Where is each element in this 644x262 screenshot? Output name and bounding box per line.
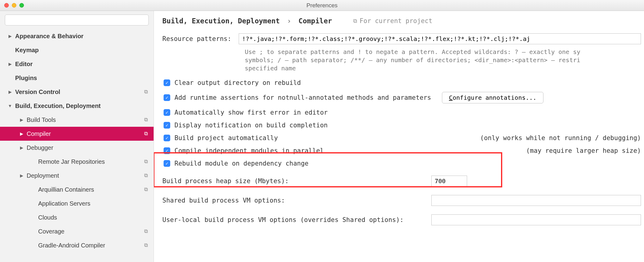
tree-item-remote-jar-repositories[interactable]: ▶Remote Jar Repositories⧉ [0,155,154,169]
tree-item-label: Version Control [15,89,143,96]
breadcrumb: Build, Execution, Deployment › Compiler … [162,17,641,25]
tree-item-application-servers[interactable]: ▶Application Servers [0,196,154,210]
tree-item-editor[interactable]: ▶Editor [0,57,154,71]
configure-annotations-button[interactable]: Configure annotations... [442,92,543,103]
project-scope-icon: ⧉ [143,159,149,165]
copy-icon: ⧉ [353,18,357,24]
build-auto-label: Build project automatically [174,134,278,142]
heap-size-input[interactable] [431,176,467,186]
tree-item-appearance-behavior[interactable]: ▶Appearance & Behavior [0,29,154,43]
parallel-compile-note: (may require larger heap size) [514,147,641,154]
tree-item-arquillian-containers[interactable]: ▶Arquillian Containers⧉ [0,183,154,196]
settings-tree: ▶Appearance & Behavior▶Keymap▶Editor▶Plu… [0,29,154,262]
tree-item-label: Editor [15,61,154,68]
resource-patterns-label: Resource patterns: [162,35,239,42]
minimize-window-button[interactable] [12,3,16,8]
tree-item-coverage[interactable]: ▶Coverage⧉ [0,224,154,238]
show-first-error-label: Automatically show first error in editor [174,109,328,116]
tree-item-label: Build, Execution, Deployment [15,102,154,109]
breadcrumb-current: Compiler [298,17,332,25]
tree-item-label: Coverage [38,228,143,235]
chevron-right-icon: ▶ [7,62,13,66]
local-vm-label: User-local build process VM options (ove… [162,216,431,223]
tree-item-clouds[interactable]: ▶Clouds [0,210,154,224]
zoom-window-button[interactable] [19,3,24,8]
project-scope-icon: ⧉ [143,131,149,137]
chevron-right-icon: ▶ [19,145,24,150]
build-auto-note: (only works while not running / debuggin… [468,134,641,142]
window-controls [4,3,24,8]
tree-item-plugins[interactable]: ▶Plugins [0,71,154,85]
project-scope-icon: ⧉ [143,186,149,193]
tree-item-gradle-android-compiler[interactable]: ▶Gradle-Android Compiler⧉ [0,238,154,252]
parallel-compile-label: Compile independent modules in parallel [174,147,324,154]
tree-item-label: Clouds [38,214,154,221]
tree-item-label: Appearance & Behavior [15,33,154,40]
tree-item-label: Arquillian Containers [38,186,143,193]
clear-output-label: Clear output directory on rebuild [174,79,301,86]
rebuild-on-dep-label: Rebuild module on dependency change [174,160,309,167]
tree-item-build-execution-deployment[interactable]: ▼Build, Execution, Deployment [0,99,154,113]
resource-patterns-help: Use ; to separate patterns and ! to nega… [245,48,641,72]
project-scope-icon: ⧉ [143,89,149,95]
project-scope-icon: ⧉ [143,117,149,123]
tree-item-label: Keymap [15,47,154,54]
parallel-compile-checkbox[interactable]: ✓ [164,147,170,154]
tree-item-build-tools[interactable]: ▶Build Tools⧉ [0,113,154,127]
tree-item-compiler[interactable]: ▶Compiler⧉ [0,127,154,141]
notnull-assert-checkbox[interactable]: ✓ [164,94,170,101]
chevron-right-icon: ▶ [7,34,13,39]
clear-output-checkbox[interactable]: ✓ [164,79,170,86]
notnull-assert-label: Add runtime assertions for notnull-annot… [174,94,431,101]
breadcrumb-separator: › [287,17,291,25]
shared-vm-input[interactable] [431,195,641,206]
close-window-button[interactable] [4,3,9,8]
project-scope-label: ⧉ For current project [353,17,432,25]
chevron-right-icon: ▶ [19,173,24,178]
tree-item-label: Gradle-Android Compiler [38,242,143,249]
build-notification-label: Display notification on build completion [174,122,328,129]
tree-item-label: Deployment [27,172,143,179]
tree-item-version-control[interactable]: ▶Version Control⧉ [0,85,154,99]
project-scope-icon: ⧉ [143,173,149,179]
settings-sidebar: ▶Appearance & Behavior▶Keymap▶Editor▶Plu… [0,11,154,262]
build-notification-checkbox[interactable]: ✓ [164,122,170,129]
chevron-right-icon: ▶ [7,89,13,94]
tree-item-label: Debugger [27,144,154,151]
chevron-down-icon: ▼ [7,103,13,108]
tree-item-label: Compiler [27,130,143,137]
local-vm-input[interactable] [431,214,641,225]
tree-item-debugger[interactable]: ▶Debugger [0,141,154,155]
tree-item-label: Build Tools [27,116,143,123]
rebuild-on-dep-checkbox[interactable]: ✓ [164,160,170,167]
shared-vm-label: Shared build process VM options: [162,197,431,204]
breadcrumb-parent: Build, Execution, Deployment [162,17,280,25]
tree-item-label: Plugins [15,75,154,82]
resource-patterns-input[interactable] [239,33,641,44]
chevron-right-icon: ▶ [19,117,24,122]
show-first-error-checkbox[interactable]: ✓ [164,109,170,116]
heap-size-label: Build process heap size (Mbytes): [162,177,431,185]
tree-item-label: Remote Jar Repositories [38,158,143,165]
search-input[interactable] [5,15,149,25]
project-scope-icon: ⧉ [143,242,149,248]
project-scope-icon: ⧉ [143,228,149,234]
tree-item-label: Application Servers [38,200,154,207]
tree-item-deployment[interactable]: ▶Deployment⧉ [0,169,154,183]
tree-item-keymap[interactable]: ▶Keymap [0,43,154,57]
window-title: Preferences [307,2,337,9]
settings-content: Build, Execution, Deployment › Compiler … [154,11,644,262]
chevron-right-icon: ▶ [19,131,24,136]
build-auto-checkbox[interactable]: ✓ [164,135,170,141]
window-titlebar: Preferences [0,0,644,11]
